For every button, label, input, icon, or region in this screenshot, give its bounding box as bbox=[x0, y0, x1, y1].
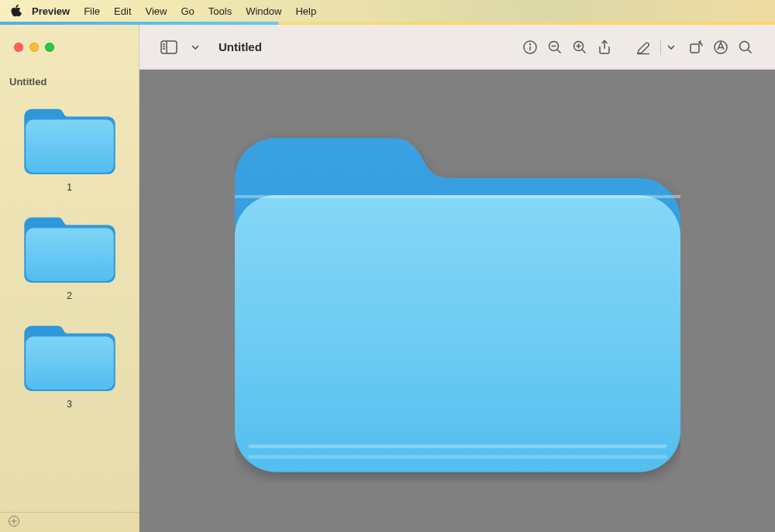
canvas-area[interactable] bbox=[140, 70, 775, 532]
svg-rect-1 bbox=[26, 228, 114, 282]
menubar: Preview File Edit View Go Tools Window H… bbox=[0, 0, 775, 22]
menubar-item-view[interactable]: View bbox=[139, 5, 174, 17]
thumbnail-label: 1 bbox=[67, 182, 72, 193]
thumbnail-item[interactable]: 2 bbox=[0, 211, 139, 301]
svg-line-18 bbox=[582, 50, 586, 53]
zoom-out-button[interactable] bbox=[542, 36, 567, 58]
minimize-button[interactable] bbox=[29, 43, 39, 52]
menubar-item-help[interactable]: Help bbox=[288, 5, 323, 17]
chevron-down-icon[interactable] bbox=[189, 36, 202, 58]
sidebar: Untitled 1 2 bbox=[0, 25, 140, 532]
svg-rect-29 bbox=[248, 444, 667, 448]
svg-rect-2 bbox=[26, 337, 114, 390]
main-pane: Untitled bbox=[140, 25, 775, 532]
info-button[interactable] bbox=[518, 36, 542, 58]
menubar-item-file[interactable]: File bbox=[77, 5, 107, 17]
svg-line-27 bbox=[748, 50, 752, 53]
zoom-in-button[interactable] bbox=[567, 36, 592, 58]
toolbar-divider bbox=[660, 39, 661, 55]
zoom-button[interactable] bbox=[45, 43, 54, 52]
highlight-menu-button[interactable] bbox=[665, 36, 677, 58]
folder-icon-large bbox=[235, 119, 680, 483]
markup-button[interactable] bbox=[708, 36, 733, 58]
svg-rect-28 bbox=[235, 194, 680, 197]
svg-point-26 bbox=[740, 41, 749, 50]
menubar-item-go[interactable]: Go bbox=[174, 5, 201, 17]
svg-rect-23 bbox=[691, 44, 699, 53]
menubar-item-window[interactable]: Window bbox=[239, 5, 288, 17]
thumbnail-item[interactable]: 3 bbox=[0, 320, 139, 410]
folder-icon bbox=[24, 103, 115, 174]
folder-icon bbox=[24, 211, 115, 283]
sidebar-layout-button[interactable] bbox=[157, 36, 181, 58]
menubar-app-name[interactable]: Preview bbox=[25, 5, 77, 17]
toolbar: Untitled bbox=[140, 25, 775, 70]
menubar-item-edit[interactable]: Edit bbox=[107, 5, 138, 17]
thumbnail-list: 1 2 3 bbox=[0, 91, 139, 512]
rotate-button[interactable] bbox=[684, 36, 708, 58]
highlight-button[interactable] bbox=[631, 36, 656, 58]
sidebar-footer bbox=[0, 512, 139, 532]
thumbnail-label: 3 bbox=[67, 399, 72, 410]
add-page-button[interactable] bbox=[8, 515, 20, 530]
traffic-lights bbox=[14, 43, 54, 52]
thumbnail-item[interactable]: 1 bbox=[0, 103, 139, 193]
sidebar-document-title: Untitled bbox=[0, 70, 139, 91]
svg-line-15 bbox=[557, 50, 561, 53]
menubar-item-tools[interactable]: Tools bbox=[202, 5, 239, 17]
thumbnail-label: 2 bbox=[67, 290, 72, 301]
svg-rect-0 bbox=[26, 120, 114, 173]
window-titlebar-left bbox=[0, 25, 139, 70]
preview-window: Untitled 1 2 bbox=[0, 25, 775, 532]
apple-menu[interactable] bbox=[11, 5, 25, 17]
svg-point-12 bbox=[529, 43, 530, 44]
svg-rect-6 bbox=[161, 41, 177, 53]
share-button[interactable] bbox=[592, 36, 617, 58]
search-button[interactable] bbox=[733, 36, 758, 58]
window-title[interactable]: Untitled bbox=[219, 40, 262, 53]
close-button[interactable] bbox=[14, 43, 23, 52]
folder-icon bbox=[24, 320, 115, 391]
svg-rect-30 bbox=[248, 455, 667, 458]
